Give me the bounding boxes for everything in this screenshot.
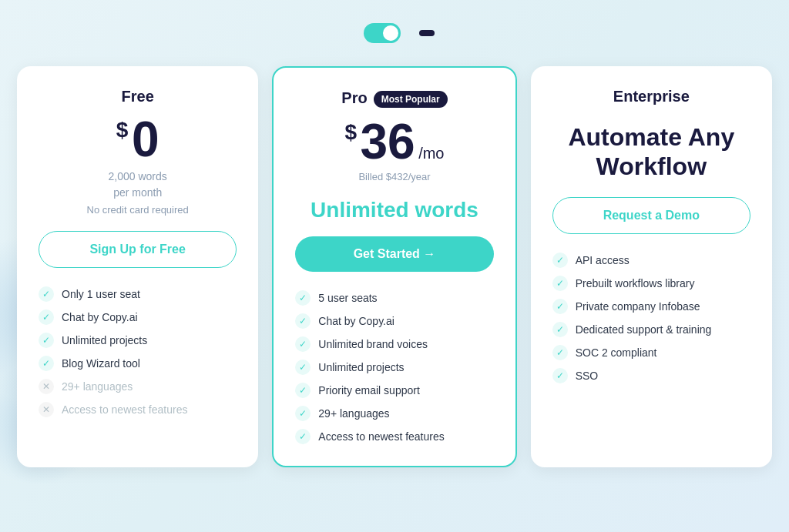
- pricing-card-pro: ProMost Popular $ 36 /mo Billed $432/yea…: [272, 66, 516, 467]
- feature-item: ✓ Unlimited projects: [295, 360, 493, 375]
- price-amount-free: 0: [132, 112, 159, 167]
- feature-label: Only 1 user seat: [62, 288, 140, 300]
- card-header-enterprise: Enterprise: [552, 88, 750, 105]
- feature-label: Prebuilt workflows library: [576, 277, 695, 289]
- feature-item: ✓ API access: [552, 253, 750, 268]
- feature-label: Chat by Copy.ai: [62, 311, 138, 323]
- save-badge: [419, 30, 435, 36]
- features-list-enterprise: ✓ API access ✓ Prebuilt workflows librar…: [552, 253, 750, 446]
- feature-item: ✓ Dedicated support & training: [552, 322, 750, 337]
- x-icon: ✕: [39, 379, 54, 394]
- feature-label: Blog Wizard tool: [62, 357, 140, 370]
- no-credit-free: No credit card required: [39, 204, 237, 216]
- price-dollar-free: $: [116, 118, 129, 142]
- card-header-free: Free: [39, 88, 237, 105]
- check-icon: ✓: [39, 356, 54, 371]
- check-icon: ✓: [295, 290, 311, 306]
- features-list-free: ✓ Only 1 user seat ✓ Chat by Copy.ai ✓ U…: [39, 286, 237, 446]
- check-icon: ✓: [295, 360, 311, 375]
- feature-label: 5 user seats: [318, 292, 377, 304]
- x-icon: ✕: [39, 402, 54, 417]
- feature-label: SOC 2 compliant: [576, 346, 657, 359]
- card-title-enterprise: Enterprise: [613, 88, 690, 105]
- check-icon: ✓: [295, 383, 311, 398]
- card-title-free: Free: [122, 88, 154, 105]
- feature-item: ✕ 29+ languages: [39, 379, 237, 394]
- feature-item: ✓ Only 1 user seat: [39, 286, 237, 302]
- feature-label: Chat by Copy.ai: [318, 315, 394, 327]
- check-icon: ✓: [39, 309, 54, 325]
- check-icon: ✓: [552, 253, 568, 268]
- enterprise-headline: Automate Any Workflow: [552, 122, 750, 182]
- pricing-cards-container: Free $ 0 2,000 wordsper monthNo credit c…: [17, 66, 772, 467]
- feature-item: ✓ Prebuilt workflows library: [552, 276, 750, 291]
- price-row-free: $ 0: [39, 115, 237, 164]
- price-words-free: 2,000 wordsper month: [39, 169, 237, 201]
- card-title-pro: ProMost Popular: [341, 89, 447, 106]
- check-icon: ✓: [295, 406, 311, 421]
- pricing-card-free: Free $ 0 2,000 wordsper monthNo credit c…: [17, 66, 258, 467]
- price-per-pro: /mo: [418, 145, 444, 162]
- feature-item: ✓ SOC 2 compliant: [552, 345, 750, 360]
- check-icon: ✓: [552, 276, 568, 291]
- check-icon: ✓: [295, 429, 311, 444]
- feature-item: ✓ Chat by Copy.ai: [295, 313, 493, 329]
- feature-label: Private company Infobase: [576, 300, 700, 313]
- pricing-card-enterprise: EnterpriseAutomate Any WorkflowRequest a…: [531, 66, 772, 467]
- feature-label: Unlimited projects: [62, 334, 147, 346]
- cta-button-enterprise[interactable]: Request a Demo: [552, 197, 750, 234]
- feature-label: Access to newest features: [62, 403, 187, 416]
- feature-item: ✓ Chat by Copy.ai: [39, 309, 237, 325]
- check-icon: ✓: [552, 345, 568, 360]
- price-amount-pro: 36: [361, 114, 415, 169]
- check-icon: ✓: [39, 333, 54, 348]
- card-header-pro: ProMost Popular: [295, 89, 493, 108]
- feature-item: ✓ Private company Infobase: [552, 299, 750, 314]
- feature-item: ✓ Unlimited brand voices: [295, 336, 493, 352]
- check-icon: ✓: [295, 313, 311, 329]
- check-icon: ✓: [39, 286, 54, 302]
- cta-button-pro[interactable]: Get Started →: [295, 236, 493, 272]
- check-icon: ✓: [295, 336, 311, 352]
- feature-label: Access to newest features: [318, 430, 444, 443]
- feature-item: ✓ Unlimited projects: [39, 333, 237, 348]
- feature-item: ✓ Access to newest features: [295, 429, 493, 444]
- price-dollar-pro: $: [344, 120, 357, 144]
- price-row-pro: $ 36 /mo: [295, 117, 493, 166]
- feature-item: ✕ Access to newest features: [39, 402, 237, 417]
- feature-item: ✓ SSO: [552, 368, 750, 383]
- most-popular-badge: Most Popular: [374, 91, 448, 108]
- unlimited-words-label: Unlimited words: [295, 198, 493, 223]
- check-icon: ✓: [552, 322, 568, 337]
- feature-label: Dedicated support & training: [576, 323, 712, 336]
- billing-toggle-switch[interactable]: [364, 23, 401, 43]
- feature-label: 29+ languages: [318, 407, 389, 420]
- check-icon: ✓: [552, 299, 568, 314]
- cta-button-free[interactable]: Sign Up for Free: [39, 231, 237, 268]
- feature-label: SSO: [576, 370, 599, 382]
- feature-item: ✓ Priority email support: [295, 383, 493, 398]
- price-sub-pro: Billed $432/year: [295, 171, 493, 182]
- feature-item: ✓ 29+ languages: [295, 406, 493, 421]
- feature-label: Unlimited brand voices: [318, 338, 428, 350]
- billing-toggle-bar: [354, 23, 435, 43]
- check-icon: ✓: [552, 368, 568, 383]
- feature-label: Priority email support: [318, 384, 420, 396]
- features-list-pro: ✓ 5 user seats ✓ Chat by Copy.ai ✓ Unlim…: [295, 290, 493, 444]
- feature-item: ✓ 5 user seats: [295, 290, 493, 306]
- feature-label: 29+ languages: [62, 380, 133, 393]
- feature-label: API access: [576, 254, 630, 266]
- feature-label: Unlimited projects: [318, 361, 404, 373]
- feature-item: ✓ Blog Wizard tool: [39, 356, 237, 371]
